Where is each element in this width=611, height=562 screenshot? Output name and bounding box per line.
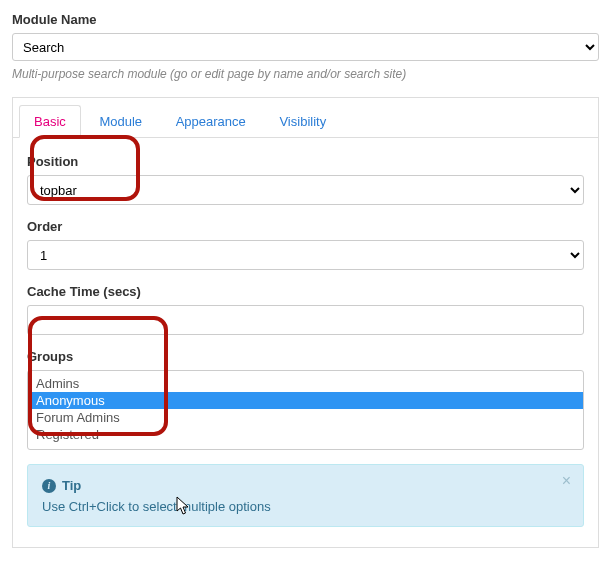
order-select[interactable]: 1 bbox=[27, 240, 584, 270]
tip-text: Use Ctrl+Click to select multiple option… bbox=[42, 499, 569, 514]
tab-basic[interactable]: Basic bbox=[19, 105, 81, 138]
cache-label: Cache Time (secs) bbox=[27, 284, 584, 299]
groups-field: Groups Admins Anonymous Forum Admins Reg… bbox=[27, 349, 584, 450]
close-icon[interactable]: × bbox=[562, 473, 571, 489]
module-name-label: Module Name bbox=[12, 12, 599, 27]
info-icon: i bbox=[42, 479, 56, 493]
tab-visibility[interactable]: Visibility bbox=[264, 105, 341, 137]
groups-option-anonymous[interactable]: Anonymous bbox=[28, 392, 583, 409]
module-help-text: Multi-purpose search module (go or edit … bbox=[12, 67, 599, 81]
groups-option-admins[interactable]: Admins bbox=[28, 375, 583, 392]
groups-listbox[interactable]: Admins Anonymous Forum Admins Registered bbox=[27, 370, 584, 450]
tip-title: i Tip bbox=[42, 478, 81, 493]
tab-content: Position topbar Order 1 Cache Time (secs… bbox=[13, 138, 598, 547]
tab-appearance[interactable]: Appearance bbox=[161, 105, 261, 137]
tip-alert: × i Tip Use Ctrl+Click to select multipl… bbox=[27, 464, 584, 527]
tip-title-text: Tip bbox=[62, 478, 81, 493]
position-select[interactable]: topbar bbox=[27, 175, 584, 205]
groups-label: Groups bbox=[27, 349, 584, 364]
position-field: Position topbar bbox=[27, 154, 584, 205]
groups-option-registered[interactable]: Registered bbox=[28, 426, 583, 443]
tabs-bar: Basic Module Appearance Visibility bbox=[13, 98, 598, 138]
groups-option-forum-admins[interactable]: Forum Admins bbox=[28, 409, 583, 426]
cache-input[interactable] bbox=[27, 305, 584, 335]
order-field: Order 1 bbox=[27, 219, 584, 270]
cache-field: Cache Time (secs) bbox=[27, 284, 584, 335]
position-label: Position bbox=[27, 154, 584, 169]
tabs-container: Basic Module Appearance Visibility Posit… bbox=[12, 97, 599, 548]
order-label: Order bbox=[27, 219, 584, 234]
module-name-select[interactable]: Search bbox=[12, 33, 599, 61]
tab-module[interactable]: Module bbox=[84, 105, 157, 137]
